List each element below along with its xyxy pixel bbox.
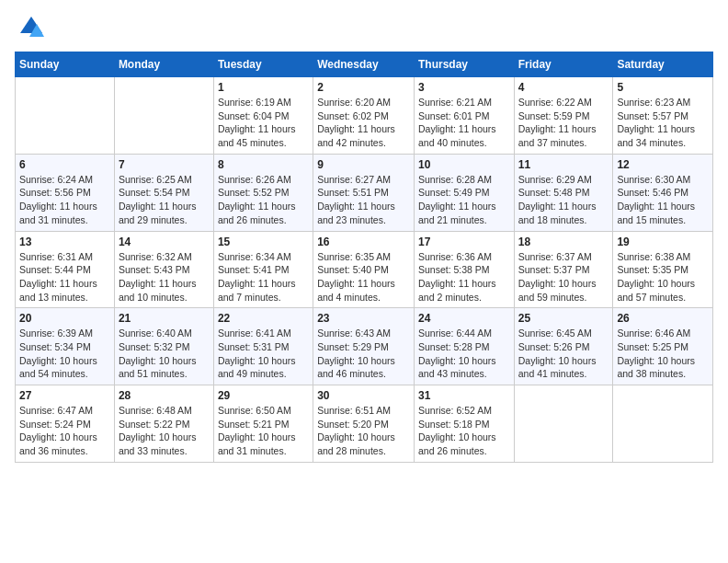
cell-day-number: 4	[518, 81, 609, 94]
calendar-cell: 1Sunrise: 6:19 AM Sunset: 6:04 PM Daylig…	[213, 77, 313, 155]
cell-info: Sunrise: 6:20 AM Sunset: 6:02 PM Dayligh…	[317, 96, 410, 150]
cell-info: Sunrise: 6:19 AM Sunset: 6:04 PM Dayligh…	[218, 96, 309, 150]
cell-info: Sunrise: 6:46 AM Sunset: 5:25 PM Dayligh…	[617, 327, 709, 381]
calendar-cell: 26Sunrise: 6:46 AM Sunset: 5:25 PM Dayli…	[613, 308, 713, 385]
cell-day-number: 15	[218, 236, 309, 248]
cell-info: Sunrise: 6:48 AM Sunset: 5:22 PM Dayligh…	[119, 404, 210, 458]
cell-day-number: 8	[218, 158, 309, 171]
cell-info: Sunrise: 6:25 AM Sunset: 5:54 PM Dayligh…	[119, 173, 210, 227]
cell-day-number: 21	[119, 312, 210, 325]
cell-info: Sunrise: 6:24 AM Sunset: 5:56 PM Dayligh…	[19, 173, 110, 227]
calendar-cell: 27Sunrise: 6:47 AM Sunset: 5:24 PM Dayli…	[16, 385, 115, 463]
cell-info: Sunrise: 6:52 AM Sunset: 5:18 PM Dayligh…	[418, 404, 510, 458]
cell-day-number: 13	[19, 236, 110, 248]
cell-day-number: 24	[418, 312, 510, 325]
calendar-cell: 2Sunrise: 6:20 AM Sunset: 6:02 PM Daylig…	[313, 77, 415, 155]
cell-day-number: 19	[617, 236, 709, 248]
cell-info: Sunrise: 6:30 AM Sunset: 5:46 PM Dayligh…	[617, 173, 709, 227]
cell-day-number: 23	[317, 312, 410, 325]
cell-info: Sunrise: 6:44 AM Sunset: 5:28 PM Dayligh…	[418, 327, 510, 381]
day-of-week-header: Thursday	[414, 52, 514, 77]
cell-day-number: 28	[119, 389, 210, 402]
logo-icon	[18, 15, 44, 40]
calendar-cell	[16, 77, 115, 155]
cell-info: Sunrise: 6:43 AM Sunset: 5:29 PM Dayligh…	[317, 327, 410, 381]
day-of-week-header: Saturday	[613, 52, 713, 77]
calendar-week-row: 1Sunrise: 6:19 AM Sunset: 6:04 PM Daylig…	[16, 77, 713, 155]
calendar-cell	[114, 77, 213, 155]
header	[15, 15, 713, 40]
calendar-cell: 18Sunrise: 6:37 AM Sunset: 5:37 PM Dayli…	[514, 231, 613, 308]
calendar-cell: 23Sunrise: 6:43 AM Sunset: 5:29 PM Dayli…	[313, 308, 415, 385]
cell-info: Sunrise: 6:31 AM Sunset: 5:44 PM Dayligh…	[19, 250, 110, 304]
calendar-cell: 15Sunrise: 6:34 AM Sunset: 5:41 PM Dayli…	[213, 231, 313, 308]
cell-day-number: 3	[418, 81, 510, 94]
calendar-cell: 28Sunrise: 6:48 AM Sunset: 5:22 PM Dayli…	[114, 385, 213, 463]
calendar-cell: 4Sunrise: 6:22 AM Sunset: 5:59 PM Daylig…	[514, 77, 613, 155]
cell-day-number: 20	[19, 312, 110, 325]
calendar-cell	[514, 385, 613, 463]
calendar-cell: 16Sunrise: 6:35 AM Sunset: 5:40 PM Dayli…	[313, 231, 415, 308]
calendar-cell: 21Sunrise: 6:40 AM Sunset: 5:32 PM Dayli…	[114, 308, 213, 385]
calendar-week-row: 6Sunrise: 6:24 AM Sunset: 5:56 PM Daylig…	[16, 154, 713, 231]
calendar-cell: 7Sunrise: 6:25 AM Sunset: 5:54 PM Daylig…	[114, 154, 213, 231]
cell-info: Sunrise: 6:45 AM Sunset: 5:26 PM Dayligh…	[518, 327, 609, 381]
calendar-cell: 30Sunrise: 6:51 AM Sunset: 5:20 PM Dayli…	[313, 385, 415, 463]
cell-day-number: 27	[19, 389, 110, 402]
calendar-cell: 20Sunrise: 6:39 AM Sunset: 5:34 PM Dayli…	[16, 308, 115, 385]
cell-day-number: 31	[418, 389, 510, 402]
calendar-cell: 31Sunrise: 6:52 AM Sunset: 5:18 PM Dayli…	[414, 385, 514, 463]
cell-info: Sunrise: 6:22 AM Sunset: 5:59 PM Dayligh…	[518, 96, 609, 150]
calendar-cell: 24Sunrise: 6:44 AM Sunset: 5:28 PM Dayli…	[414, 308, 514, 385]
calendar-cell: 19Sunrise: 6:38 AM Sunset: 5:35 PM Dayli…	[613, 231, 713, 308]
calendar-cell: 22Sunrise: 6:41 AM Sunset: 5:31 PM Dayli…	[213, 308, 313, 385]
calendar-cell: 6Sunrise: 6:24 AM Sunset: 5:56 PM Daylig…	[16, 154, 115, 231]
cell-info: Sunrise: 6:40 AM Sunset: 5:32 PM Dayligh…	[119, 327, 210, 381]
cell-day-number: 11	[518, 158, 609, 171]
day-of-week-header: Monday	[114, 52, 213, 77]
cell-info: Sunrise: 6:26 AM Sunset: 5:52 PM Dayligh…	[218, 173, 309, 227]
cell-day-number: 9	[317, 158, 410, 171]
calendar-cell: 9Sunrise: 6:27 AM Sunset: 5:51 PM Daylig…	[313, 154, 415, 231]
calendar-cell: 3Sunrise: 6:21 AM Sunset: 6:01 PM Daylig…	[414, 77, 514, 155]
calendar-cell: 8Sunrise: 6:26 AM Sunset: 5:52 PM Daylig…	[213, 154, 313, 231]
day-of-week-header: Sunday	[16, 52, 115, 77]
calendar-cell: 5Sunrise: 6:23 AM Sunset: 5:57 PM Daylig…	[613, 77, 713, 155]
calendar-cell	[613, 385, 713, 463]
cell-day-number: 25	[518, 312, 609, 325]
cell-info: Sunrise: 6:29 AM Sunset: 5:48 PM Dayligh…	[518, 173, 609, 227]
calendar-week-row: 27Sunrise: 6:47 AM Sunset: 5:24 PM Dayli…	[16, 385, 713, 463]
calendar-header-row: SundayMondayTuesdayWednesdayThursdayFrid…	[16, 52, 713, 77]
cell-day-number: 16	[317, 236, 410, 248]
calendar-cell: 10Sunrise: 6:28 AM Sunset: 5:49 PM Dayli…	[414, 154, 514, 231]
cell-info: Sunrise: 6:50 AM Sunset: 5:21 PM Dayligh…	[218, 404, 309, 458]
cell-day-number: 26	[617, 312, 709, 325]
calendar-cell: 29Sunrise: 6:50 AM Sunset: 5:21 PM Dayli…	[213, 385, 313, 463]
calendar-cell: 14Sunrise: 6:32 AM Sunset: 5:43 PM Dayli…	[114, 231, 213, 308]
calendar-cell: 13Sunrise: 6:31 AM Sunset: 5:44 PM Dayli…	[16, 231, 115, 308]
calendar-cell: 12Sunrise: 6:30 AM Sunset: 5:46 PM Dayli…	[613, 154, 713, 231]
cell-info: Sunrise: 6:41 AM Sunset: 5:31 PM Dayligh…	[218, 327, 309, 381]
cell-day-number: 1	[218, 81, 309, 94]
cell-day-number: 2	[317, 81, 410, 94]
cell-day-number: 6	[19, 158, 110, 171]
calendar-cell: 11Sunrise: 6:29 AM Sunset: 5:48 PM Dayli…	[514, 154, 613, 231]
cell-day-number: 17	[418, 236, 510, 248]
cell-day-number: 30	[317, 389, 410, 402]
cell-info: Sunrise: 6:32 AM Sunset: 5:43 PM Dayligh…	[119, 250, 210, 304]
cell-day-number: 22	[218, 312, 309, 325]
cell-day-number: 5	[617, 81, 709, 94]
calendar-cell: 25Sunrise: 6:45 AM Sunset: 5:26 PM Dayli…	[514, 308, 613, 385]
day-of-week-header: Tuesday	[213, 52, 313, 77]
calendar-week-row: 20Sunrise: 6:39 AM Sunset: 5:34 PM Dayli…	[16, 308, 713, 385]
cell-day-number: 7	[119, 158, 210, 171]
cell-day-number: 18	[518, 236, 609, 248]
cell-day-number: 29	[218, 389, 309, 402]
cell-info: Sunrise: 6:35 AM Sunset: 5:40 PM Dayligh…	[317, 250, 410, 304]
cell-day-number: 12	[617, 158, 709, 171]
cell-info: Sunrise: 6:36 AM Sunset: 5:38 PM Dayligh…	[418, 250, 510, 304]
cell-info: Sunrise: 6:23 AM Sunset: 5:57 PM Dayligh…	[617, 96, 709, 150]
cell-info: Sunrise: 6:51 AM Sunset: 5:20 PM Dayligh…	[317, 404, 410, 458]
cell-info: Sunrise: 6:37 AM Sunset: 5:37 PM Dayligh…	[518, 250, 609, 304]
calendar: SundayMondayTuesdayWednesdayThursdayFrid…	[15, 52, 713, 463]
